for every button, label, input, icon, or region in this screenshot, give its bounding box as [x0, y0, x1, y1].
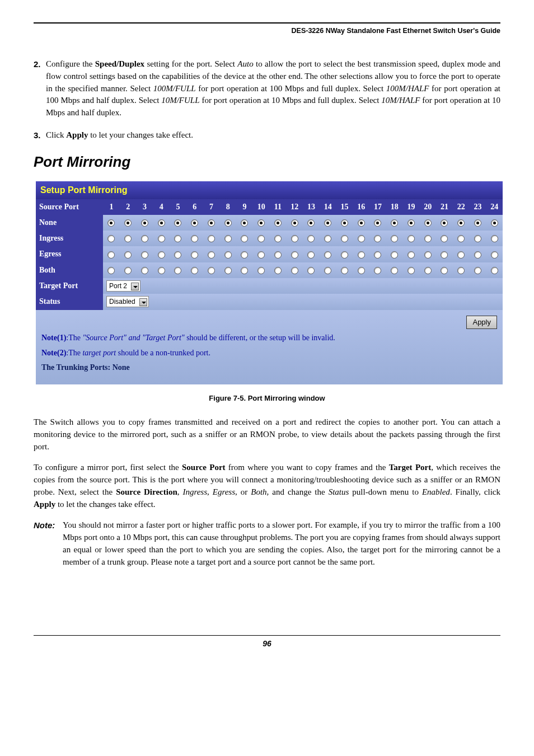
radio-button[interactable]	[324, 267, 331, 274]
status-select[interactable]: Disabled	[106, 296, 149, 307]
radio-button[interactable]	[374, 267, 381, 274]
radio-button[interactable]	[441, 267, 448, 274]
radio-button[interactable]	[208, 235, 215, 242]
radio-button[interactable]	[291, 235, 298, 242]
radio-button[interactable]	[158, 235, 165, 242]
radio-button[interactable]	[241, 219, 248, 227]
radio-button[interactable]	[391, 251, 398, 259]
radio-button[interactable]	[407, 251, 415, 259]
radio-button[interactable]	[491, 251, 498, 259]
radio-button[interactable]	[124, 267, 132, 274]
radio-button[interactable]	[491, 235, 498, 242]
radio-button[interactable]	[341, 219, 348, 227]
radio-button[interactable]	[208, 267, 215, 274]
radio-button[interactable]	[124, 251, 132, 259]
radio-button[interactable]	[124, 219, 132, 227]
radio-button[interactable]	[358, 219, 365, 227]
radio-button[interactable]	[174, 267, 181, 274]
radio-button[interactable]	[107, 235, 115, 242]
radio-button[interactable]	[374, 251, 381, 259]
radio-button[interactable]	[174, 251, 181, 259]
radio-button[interactable]	[374, 235, 381, 242]
radio-button[interactable]	[208, 219, 215, 227]
radio-button[interactable]	[274, 235, 282, 242]
radio-button[interactable]	[391, 267, 398, 274]
radio-button[interactable]	[191, 219, 198, 227]
radio-button[interactable]	[107, 267, 115, 274]
radio-button[interactable]	[307, 235, 315, 242]
radio-button[interactable]	[474, 251, 481, 259]
radio-button[interactable]	[341, 235, 348, 242]
radio-button[interactable]	[274, 267, 282, 274]
radio-button[interactable]	[441, 219, 448, 227]
radio-button[interactable]	[424, 251, 432, 259]
radio-button[interactable]	[474, 219, 481, 227]
radio-button[interactable]	[274, 251, 282, 259]
radio-button[interactable]	[491, 219, 498, 227]
radio-button[interactable]	[141, 251, 148, 259]
radio-button[interactable]	[291, 219, 298, 227]
radio-button[interactable]	[241, 251, 248, 259]
radio-button[interactable]	[191, 267, 198, 274]
radio-button[interactable]	[441, 235, 448, 242]
radio-button[interactable]	[424, 219, 432, 227]
radio-button[interactable]	[174, 219, 181, 227]
radio-button[interactable]	[424, 267, 432, 274]
radio-button[interactable]	[341, 251, 348, 259]
radio-button[interactable]	[358, 251, 365, 259]
radio-button[interactable]	[457, 235, 465, 242]
radio-button[interactable]	[191, 251, 198, 259]
radio-button[interactable]	[224, 251, 232, 259]
radio-button[interactable]	[391, 235, 398, 242]
radio-button[interactable]	[307, 219, 315, 227]
radio-button[interactable]	[457, 267, 465, 274]
radio-button[interactable]	[107, 251, 115, 259]
radio-button[interactable]	[257, 251, 265, 259]
radio-button[interactable]	[441, 251, 448, 259]
radio-button[interactable]	[124, 235, 132, 242]
radio-button[interactable]	[307, 267, 315, 274]
radio-button[interactable]	[374, 219, 381, 227]
radio-button[interactable]	[324, 219, 331, 227]
radio-button[interactable]	[158, 267, 165, 274]
radio-button[interactable]	[257, 219, 265, 227]
radio-button[interactable]	[491, 267, 498, 274]
radio-button[interactable]	[391, 219, 398, 227]
radio-button[interactable]	[257, 267, 265, 274]
radio-button[interactable]	[224, 235, 232, 242]
radio-button[interactable]	[208, 251, 215, 259]
radio-button[interactable]	[158, 251, 165, 259]
radio-button[interactable]	[141, 219, 148, 227]
radio-button[interactable]	[324, 251, 331, 259]
radio-button[interactable]	[174, 235, 181, 242]
radio-button[interactable]	[291, 251, 298, 259]
radio-button[interactable]	[358, 267, 365, 274]
radio-button[interactable]	[224, 267, 232, 274]
mirror-cell	[286, 215, 303, 231]
radio-button[interactable]	[107, 219, 115, 227]
radio-button[interactable]	[424, 235, 432, 242]
radio-button[interactable]	[407, 235, 415, 242]
radio-button[interactable]	[241, 267, 248, 274]
radio-button[interactable]	[407, 267, 415, 274]
radio-button[interactable]	[407, 219, 415, 227]
radio-button[interactable]	[158, 219, 165, 227]
radio-button[interactable]	[358, 235, 365, 242]
radio-button[interactable]	[341, 267, 348, 274]
apply-button[interactable]: Apply	[466, 316, 497, 330]
target-port-select[interactable]: Port 2	[106, 280, 140, 292]
radio-button[interactable]	[474, 235, 481, 242]
radio-button[interactable]	[224, 219, 232, 227]
radio-button[interactable]	[457, 219, 465, 227]
radio-button[interactable]	[257, 235, 265, 242]
radio-button[interactable]	[141, 267, 148, 274]
radio-button[interactable]	[457, 251, 465, 259]
radio-button[interactable]	[241, 235, 248, 242]
radio-button[interactable]	[307, 251, 315, 259]
radio-button[interactable]	[474, 267, 481, 274]
radio-button[interactable]	[191, 235, 198, 242]
radio-button[interactable]	[324, 235, 331, 242]
radio-button[interactable]	[291, 267, 298, 274]
radio-button[interactable]	[141, 235, 148, 242]
radio-button[interactable]	[274, 219, 282, 227]
